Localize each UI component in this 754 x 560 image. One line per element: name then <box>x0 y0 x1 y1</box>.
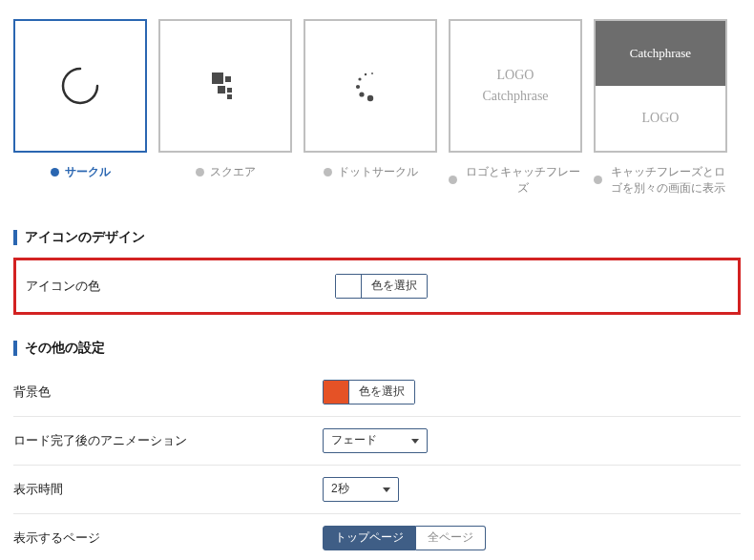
icon-color-swatch <box>336 275 361 298</box>
radio-dot-icon <box>196 168 204 176</box>
icon-color-highlight: アイコンの色 色を選択 <box>13 258 741 315</box>
svg-rect-2 <box>218 86 225 93</box>
duration-label: 表示時間 <box>13 481 323 498</box>
circle-spinner-icon <box>58 64 102 108</box>
radio-dot-icon <box>324 168 332 176</box>
style-card-split-screens[interactable]: Catchphrase LOGO <box>594 19 727 153</box>
radio-dot-icon <box>449 176 457 184</box>
style-options: サークル スクエア <box>13 19 741 197</box>
svg-rect-3 <box>227 88 232 93</box>
svg-point-5 <box>367 95 373 101</box>
style-label-square[interactable]: スクエア <box>196 164 256 180</box>
style-card-square[interactable] <box>158 19 292 153</box>
animation-label: ロード完了後のアニメーション <box>13 432 323 449</box>
svg-point-7 <box>356 85 360 89</box>
logo-preview: LOGO Catchphrase <box>482 65 548 108</box>
animation-select[interactable]: フェード <box>323 428 428 453</box>
pages-label: 表示するページ <box>13 529 323 547</box>
section-title-icon-design: アイコンのデザイン <box>13 229 741 246</box>
bg-color-swatch <box>324 381 348 404</box>
svg-point-6 <box>359 92 364 96</box>
style-label-logo-catchphrase[interactable]: ロゴとキャッチフレーズ <box>449 164 582 197</box>
svg-rect-4 <box>227 94 232 99</box>
svg-point-9 <box>365 73 367 75</box>
square-spinner-icon <box>206 69 244 103</box>
pages-option-all[interactable]: 全ページ <box>416 526 486 550</box>
duration-select[interactable]: 2秒 <box>323 477 399 502</box>
style-label-circle[interactable]: サークル <box>51 164 111 180</box>
icon-color-button[interactable]: 色を選択 <box>361 275 427 298</box>
section-title-other: その他の設定 <box>13 340 741 357</box>
radio-dot-icon <box>51 168 59 176</box>
svg-rect-0 <box>212 73 223 84</box>
dot-circle-spinner-icon <box>351 67 389 105</box>
pages-segment: トップページ 全ページ <box>323 526 486 550</box>
style-label-dotcircle[interactable]: ドットサークル <box>324 164 418 180</box>
bg-color-picker[interactable]: 色を選択 <box>323 380 415 404</box>
style-card-dotcircle[interactable] <box>304 19 437 153</box>
icon-color-picker[interactable]: 色を選択 <box>335 274 428 299</box>
svg-point-8 <box>358 77 361 80</box>
bg-color-label: 背景色 <box>13 384 323 401</box>
split-top-preview: Catchphrase <box>596 21 725 86</box>
pages-option-top[interactable]: トップページ <box>323 526 416 550</box>
svg-point-10 <box>371 73 373 74</box>
radio-dot-icon <box>594 176 602 184</box>
split-bottom-preview: LOGO <box>596 86 725 151</box>
style-label-split-screens[interactable]: キャッチフレーズとロゴを別々の画面に表示 <box>594 164 727 197</box>
bg-color-button[interactable]: 色を選択 <box>348 381 414 404</box>
style-card-circle[interactable] <box>13 19 147 153</box>
style-card-logo-catchphrase[interactable]: LOGO Catchphrase <box>449 19 582 153</box>
icon-color-label: アイコンの色 <box>26 278 335 295</box>
svg-rect-1 <box>225 76 231 82</box>
